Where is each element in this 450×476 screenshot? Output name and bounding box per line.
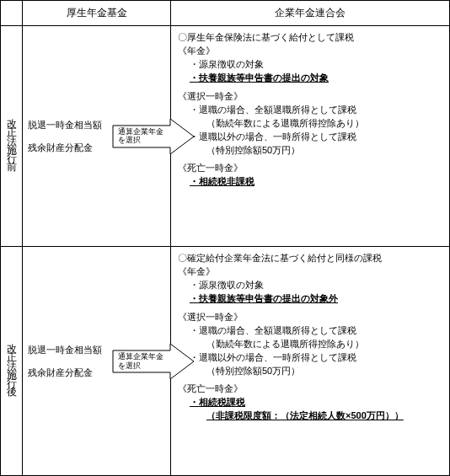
arrow-label: 通算企業年金を選択 — [118, 127, 169, 146]
g1-bullet-1: 源泉徴収の対象 — [178, 58, 442, 72]
group-title-3: 死亡一時金 — [178, 382, 442, 396]
right-head: 確定給付企業年金法に基づく給付と同様の課税 — [178, 252, 442, 265]
g2-bullet-2: 退職以外の場合、一時所得として課税 — [178, 351, 442, 365]
g3-note-1: （非課税限度額：（法定相続人数×500万円）） — [178, 409, 442, 423]
group-title-2: 選択一時金 — [178, 311, 442, 324]
group-title-1: 年金 — [178, 45, 442, 58]
header-col2: 企業年金連合会 — [171, 1, 449, 26]
left-item-1: 脱退一時金相当額 — [28, 344, 102, 356]
g3-bullet-1: 相続税課税 — [178, 396, 442, 409]
row-label-before: 改正法施行前 — [1, 26, 23, 247]
g2-note-2: （特別控除額50万円） — [178, 365, 442, 378]
comparison-table: 厚生年金基金 企業年金連合会 改正法施行前 脱退一時金相当額 残余財産分配金 通… — [0, 0, 450, 476]
group-title-2: 選択一時金 — [178, 90, 442, 104]
right-after: 確定給付企業年金法に基づく給付と同様の課税 年金 源泉徴収の対象 扶養親族等申告… — [171, 247, 449, 476]
left-before: 脱退一時金相当額 残余財産分配金 通算企業年金を選択 — [23, 26, 171, 247]
g2-note-1: （勤続年数による退職所得控除あり） — [178, 117, 442, 131]
left-item-1: 脱退一時金相当額 — [28, 119, 102, 131]
arrow-label: 通算企業年金を選択 — [118, 352, 169, 371]
g2-note-2: （特別控除額50万円） — [178, 144, 442, 158]
g2-bullet-1: 退職の場合、全額退職所得として課税 — [178, 324, 442, 338]
g1-bullet-2: 扶養親族等申告書の提出の対象外 — [178, 292, 442, 306]
g2-bullet-2: 退職以外の場合、一時所得として課税 — [178, 131, 442, 144]
g1-bullet-1: 源泉徴収の対象 — [178, 279, 442, 292]
group-title-1: 年金 — [178, 265, 442, 279]
g2-note-1: （勤続年数による退職所得控除あり） — [178, 338, 442, 351]
left-item-2: 残余財産分配金 — [28, 142, 93, 154]
row-label-after: 改正法施行後 — [1, 247, 23, 476]
header-col1: 厚生年金基金 — [23, 1, 171, 26]
left-item-2: 残余財産分配金 — [28, 366, 93, 379]
group-title-3: 死亡一時金 — [178, 162, 442, 175]
left-after: 脱退一時金相当額 残余財産分配金 通算企業年金を選択 — [23, 247, 171, 476]
header-corner — [1, 1, 23, 26]
right-head: 厚生年金保険法に基づく給付として課税 — [178, 31, 442, 45]
g3-bullet-1: 相続税非課税 — [178, 175, 442, 189]
right-before: 厚生年金保険法に基づく給付として課税 年金 源泉徴収の対象 扶養親族等申告書の提… — [171, 26, 449, 247]
g1-bullet-2: 扶養親族等申告書の提出の対象 — [178, 72, 442, 85]
g2-bullet-1: 退職の場合、全額退職所得として課税 — [178, 104, 442, 117]
